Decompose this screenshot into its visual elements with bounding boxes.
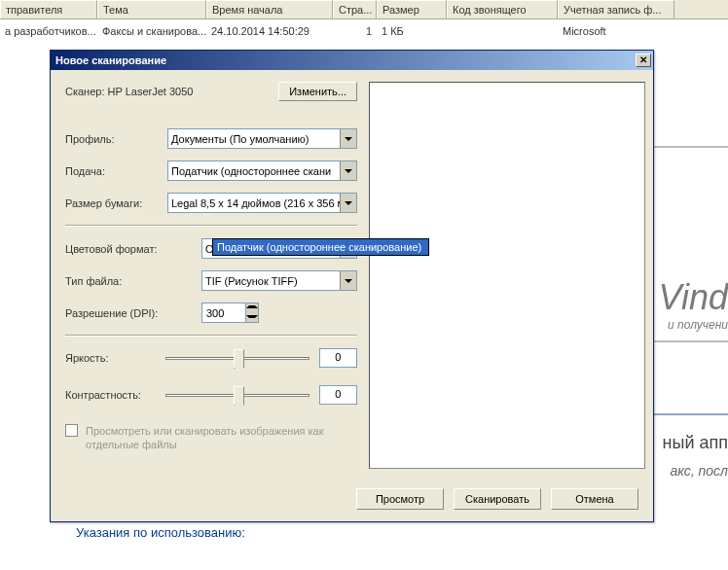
bg-app-text: ный апп: [663, 433, 728, 453]
dialog-title: Новое сканирование: [55, 54, 636, 66]
spinner-up-icon[interactable]: [246, 303, 258, 313]
slider-thumb[interactable]: [234, 349, 244, 369]
col-subject[interactable]: Тема: [97, 0, 206, 18]
profile-value: Документы (По умолчанию): [171, 133, 309, 145]
dpi-spinner[interactable]: [245, 303, 259, 323]
feed-label: Подача:: [65, 165, 167, 177]
col-account[interactable]: Учетная запись ф...: [558, 0, 674, 18]
feed-value: Податчик (одностороннее скани: [171, 165, 331, 177]
close-button[interactable]: ✕: [636, 53, 651, 67]
feed-select[interactable]: Податчик (одностороннее скани: [167, 160, 357, 181]
cell-size: 1 КБ: [377, 23, 447, 39]
bg-windows-logo-text: Vind: [659, 277, 728, 318]
paper-size-select[interactable]: Legal 8,5 x 14 дюймов (216 x 356 м: [167, 193, 357, 213]
chevron-down-icon: [340, 271, 356, 290]
chevron-down-icon: [340, 194, 356, 212]
background-fax-list: тправителя Тема Время начала Стра... Раз…: [0, 0, 728, 43]
slider-thumb[interactable]: [234, 386, 244, 406]
bg-divider-2: [650, 340, 728, 342]
col-size[interactable]: Размер: [377, 0, 447, 18]
bg-table-header: тправителя Тема Время начала Стра... Раз…: [0, 0, 728, 19]
cell-sender: а разработчиков...: [0, 23, 97, 39]
cell-time: 24.10.2014 14:50:29: [206, 23, 333, 39]
contrast-value[interactable]: 0: [319, 385, 357, 405]
profile-select[interactable]: Документы (По умолчанию): [167, 128, 357, 149]
spinner-down-icon[interactable]: [246, 313, 258, 323]
separate-files-checkbox[interactable]: [65, 424, 78, 437]
col-sender[interactable]: тправителя: [0, 0, 97, 18]
filetype-label: Тип файла:: [65, 275, 201, 287]
scan-preview-area[interactable]: [369, 82, 645, 469]
filetype-select[interactable]: TIF (Рисунок TIFF): [201, 270, 357, 291]
contrast-label: Контрастность:: [65, 389, 165, 401]
profile-label: Профиль:: [65, 133, 167, 145]
preview-button[interactable]: Просмотр: [356, 488, 444, 510]
bg-blue-divider: [650, 413, 728, 415]
paper-size-label: Размер бумаги:: [65, 197, 167, 209]
dpi-label: Разрешение (DPI):: [65, 307, 201, 319]
scanner-label: Сканер: HP LaserJet 3050: [65, 86, 278, 97]
color-format-label: Цветовой формат:: [65, 243, 201, 255]
col-pages[interactable]: Стра...: [333, 0, 377, 18]
bg-fax-text: акс, посл: [671, 463, 729, 479]
brightness-slider[interactable]: [165, 348, 309, 368]
scan-button[interactable]: Сканировать: [454, 488, 541, 510]
col-start-time[interactable]: Время начала: [206, 0, 333, 18]
col-caller-id[interactable]: Код звонящего: [447, 0, 558, 18]
section-divider: [65, 335, 357, 337]
chevron-down-icon: [340, 129, 356, 148]
change-scanner-button[interactable]: Изменить...: [278, 82, 357, 101]
filetype-value: TIF (Рисунок TIFF): [205, 275, 298, 287]
cell-subject: Факсы и сканирова...: [97, 23, 206, 39]
bg-subtitle: и получени: [668, 318, 728, 332]
section-divider: [65, 225, 357, 227]
dialog-titlebar[interactable]: Новое сканирование ✕: [51, 51, 653, 70]
dpi-input[interactable]: 300: [201, 303, 245, 323]
cell-caller: [447, 23, 558, 39]
feed-dropdown-option[interactable]: Податчик (одностороннее сканирование): [212, 238, 429, 256]
chevron-down-icon: [340, 161, 356, 180]
contrast-slider[interactable]: [165, 385, 309, 405]
instructions-heading: Указания по использованию:: [76, 525, 245, 540]
cancel-button[interactable]: Отмена: [551, 488, 638, 510]
new-scan-dialog: Новое сканирование ✕ Сканер: HP LaserJet…: [50, 50, 654, 522]
separate-files-label: Просмотреть или сканировать изображения …: [86, 424, 357, 452]
bg-divider: [650, 146, 728, 148]
cell-account: Microsoft: [558, 23, 674, 39]
cell-pages: 1: [333, 23, 377, 39]
brightness-label: Яркость:: [65, 352, 165, 364]
paper-size-value: Legal 8,5 x 14 дюймов (216 x 356 м: [171, 197, 345, 209]
table-row[interactable]: а разработчиков... Факсы и сканирова... …: [0, 19, 728, 43]
brightness-value[interactable]: 0: [319, 348, 357, 368]
